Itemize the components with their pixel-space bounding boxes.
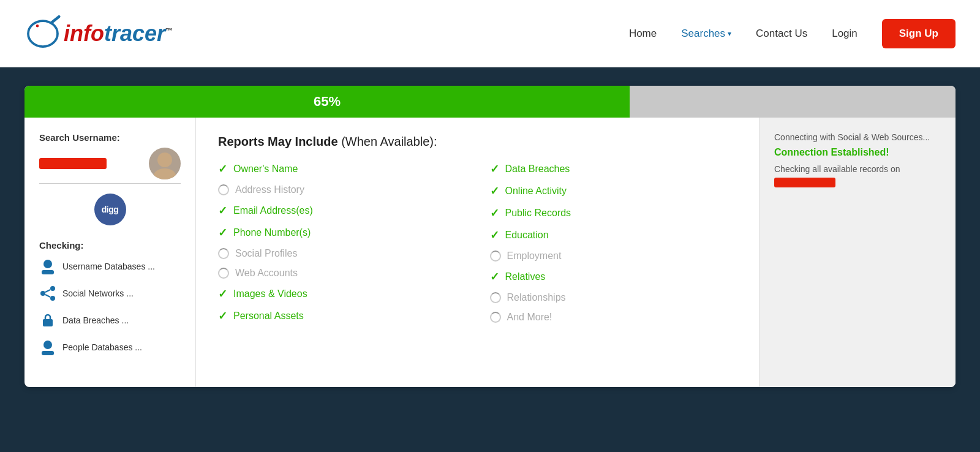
reports-grid: ✓ Owner's Name Address History ✓ Email A… [218, 162, 737, 331]
list-item: Employment [490, 250, 737, 262]
checkmark-icon: ✓ [490, 184, 499, 198]
svg-point-13 [43, 341, 52, 349]
logo: infotracer™ [24, 15, 173, 52]
spinner-icon [490, 312, 501, 323]
checkmark-icon: ✓ [490, 206, 499, 220]
connection-title: Connecting with Social & Web Sources... [774, 132, 941, 142]
list-item: ✓ Email Address(es) [218, 204, 466, 217]
search-user-row [39, 148, 181, 179]
redacted-username [39, 158, 107, 169]
right-panel: Connecting with Social & Web Sources... … [760, 118, 956, 387]
main-container: 65% Search Username: [0, 67, 980, 405]
list-item: ✓ Relatives [490, 270, 737, 284]
list-item: People Databases ... [39, 339, 181, 356]
checkmark-icon: ✓ [490, 162, 499, 176]
checkmark-icon: ✓ [218, 226, 227, 239]
nav-home[interactable]: Home [629, 28, 657, 40]
list-item: And More! [490, 312, 737, 323]
list-item: ✓ Public Records [490, 206, 737, 220]
chevron-down-icon: ▾ [728, 29, 731, 38]
reports-title: Reports May Include (When Available): [218, 135, 737, 149]
nav-login[interactable]: Login [832, 28, 858, 40]
svg-point-4 [154, 168, 176, 179]
reports-col1: ✓ Owner's Name Address History ✓ Email A… [218, 162, 466, 331]
nav: Home Searches ▾ Contact Us Login Sign Up [629, 19, 956, 48]
avatar [149, 148, 181, 179]
data-breaches-icon [39, 312, 56, 329]
svg-rect-14 [42, 351, 54, 355]
checking-records-text: Checking all available records on [774, 164, 941, 189]
svg-rect-6 [42, 270, 54, 274]
logo-icon [24, 15, 61, 52]
checkmark-icon: ✓ [218, 287, 227, 301]
svg-point-8 [50, 286, 55, 291]
svg-rect-12 [43, 319, 53, 326]
list-item: ✓ Phone Number(s) [218, 226, 466, 239]
progress-bar: 65% [24, 86, 956, 118]
checkmark-icon: ✓ [218, 162, 227, 176]
social-networks-icon [39, 285, 56, 302]
svg-line-1 [52, 17, 59, 22]
list-item: Social Profiles [218, 248, 466, 259]
list-item: Relationships [490, 292, 737, 303]
spinner-icon [490, 250, 501, 262]
header: infotracer™ Home Searches ▾ Contact Us L… [0, 0, 980, 67]
signup-button[interactable]: Sign Up [882, 19, 956, 48]
checkmark-icon: ✓ [218, 309, 227, 323]
list-item: Data Breaches ... [39, 312, 181, 329]
avatar-svg [149, 148, 181, 179]
list-item: Social Networks ... [39, 285, 181, 302]
list-item: ✓ Data Breaches [490, 162, 737, 176]
svg-point-5 [43, 260, 52, 268]
checking-label: Checking: [39, 240, 181, 250]
spinner-icon [218, 268, 229, 279]
checkmark-icon: ✓ [490, 228, 499, 242]
list-item: Address History [218, 184, 466, 195]
list-item: ✓ Owner's Name [218, 162, 466, 176]
username-db-icon [39, 258, 56, 275]
list-item: ✓ Images & Videos [218, 287, 466, 301]
left-panel: Search Username: digg Checking: [24, 118, 196, 387]
nav-contact-us[interactable]: Contact Us [756, 28, 807, 40]
list-item: Web Accounts [218, 268, 466, 279]
list-item: ✓ Personal Assets [218, 309, 466, 323]
divider [39, 183, 181, 184]
list-item: ✓ Online Activity [490, 184, 737, 198]
redacted-username-right [774, 178, 835, 187]
nav-searches[interactable]: Searches ▾ [681, 28, 731, 40]
content-grid: Search Username: digg Checking: [24, 118, 956, 387]
logo-text: infotracer™ [64, 21, 173, 47]
progress-remaining [630, 86, 956, 118]
spinner-icon [490, 292, 501, 303]
checkmark-icon: ✓ [490, 270, 499, 284]
svg-point-7 [40, 291, 45, 296]
connection-established: Connection Established! [774, 147, 941, 158]
list-item: Username Databases ... [39, 258, 181, 275]
spinner-icon [218, 184, 229, 195]
progress-card: 65% Search Username: [24, 86, 956, 387]
middle-panel: Reports May Include (When Available): ✓ … [196, 118, 760, 387]
checkmark-icon: ✓ [218, 204, 227, 217]
svg-line-10 [45, 290, 50, 292]
search-username-label: Search Username: [39, 132, 181, 143]
svg-point-3 [157, 153, 172, 167]
progress-percent: 65% [314, 94, 341, 110]
people-db-icon [39, 339, 56, 356]
list-item: ✓ Education [490, 228, 737, 242]
svg-line-11 [45, 295, 50, 297]
svg-point-0 [28, 21, 58, 47]
svg-point-9 [50, 296, 55, 301]
spinner-icon [218, 248, 229, 259]
progress-fill: 65% [24, 86, 630, 118]
digg-icon: digg [94, 194, 126, 225]
reports-col2: ✓ Data Breaches ✓ Online Activity ✓ Publ… [490, 162, 737, 331]
svg-point-2 [36, 24, 39, 28]
